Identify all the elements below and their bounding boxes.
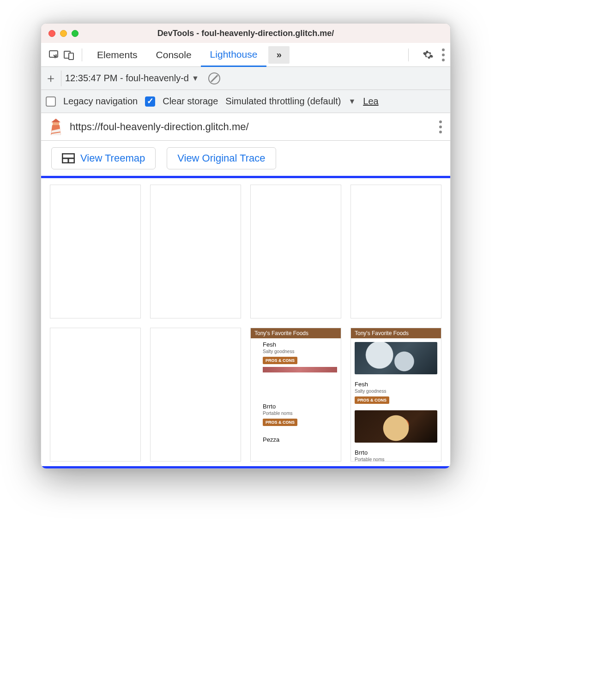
new-report-button[interactable]: ＋ [46,71,61,86]
mini-item-sub: Portable noms [263,411,337,416]
clear-reports-icon[interactable] [208,72,220,84]
mini-image-fish [355,342,437,374]
filmstrip-frame[interactable]: Tony's Favorite Foods Fesh Salty goodnes… [350,328,441,462]
mini-image-burrito [355,410,437,443]
mini-item-title: Brrto [263,403,337,410]
minimize-traffic-light[interactable] [60,30,67,37]
filmstrip-frame[interactable]: Tony's Favorite Foods Fesh Salty goodnes… [250,328,341,462]
svg-rect-4 [53,122,59,125]
view-treemap-button[interactable]: View Treemap [51,147,156,169]
close-traffic-light[interactable] [48,30,55,37]
mini-item-title: Fesh [355,381,437,388]
filmstrip-frame[interactable] [250,185,341,318]
tab-elements[interactable]: Elements [88,43,147,66]
report-url: https://foul-heavenly-direction.glitch.m… [70,121,432,133]
view-treemap-label: View Treemap [80,152,145,164]
divider [82,48,82,61]
mini-item-button: PROS & CONS [355,396,389,404]
lighthouse-icon [49,119,62,135]
mini-item-button: PROS & CONS [263,357,297,364]
filmstrip-frame[interactable] [50,328,141,462]
divider [408,48,409,61]
inspect-element-icon[interactable] [47,48,61,62]
mini-page-header: Tony's Favorite Foods [351,328,441,338]
filmstrip-frame[interactable] [50,185,141,318]
mini-item-title: Pezza [263,436,337,443]
titlebar: DevTools - foul-heavenly-direction.glitc… [41,24,450,43]
settings-gear-icon[interactable] [423,49,434,60]
chevron-down-icon: ▼ [192,74,199,83]
filmstrip-highlight: Tony's Favorite Foods Fesh Salty goodnes… [41,176,451,468]
mini-page-header: Tony's Favorite Foods [251,328,341,338]
filmstrip-frame[interactable] [150,328,241,462]
more-tabs-button[interactable]: » [268,46,290,64]
filmstrip-frame[interactable] [350,185,441,318]
svg-rect-2 [69,53,73,60]
filmstrip-frame[interactable] [150,185,241,318]
treemap-icon [62,153,75,163]
throttling-label: Simulated throttling (default) [225,96,341,107]
mini-item-sub: Salty goodness [355,389,437,394]
kebab-menu-icon[interactable] [442,48,445,61]
devtools-window: DevTools - foul-heavenly-direction.glitc… [41,23,451,469]
toggle-device-icon[interactable] [61,48,76,62]
zoom-traffic-light[interactable] [72,30,79,37]
mini-item-title: Brrto [355,449,437,456]
mini-item-title: Fesh [263,341,337,348]
svg-marker-3 [51,119,60,122]
mini-item-sub: Salty goodness [263,349,337,354]
devtools-tabbar: Elements Console Lighthouse » [41,43,450,67]
tab-lighthouse[interactable]: Lighthouse [201,43,267,67]
learn-more-link[interactable]: Lea [363,96,378,107]
report-dropdown-label: 12:35:47 PM - foul-heavenly-d [65,73,189,84]
clear-storage-label: Clear storage [163,96,218,107]
report-menu-icon[interactable] [439,120,442,133]
options-toolbar: Legacy navigation Clear storage Simulate… [41,90,450,113]
window-title: DevTools - foul-heavenly-direction.glitc… [157,29,334,38]
view-original-trace-button[interactable]: View Original Trace [167,147,276,169]
mini-item-sub: Portable noms [355,457,437,462]
legacy-navigation-checkbox[interactable] [46,96,56,107]
traffic-lights [48,30,79,37]
report-header: https://foul-heavenly-direction.glitch.m… [41,113,450,141]
run-toolbar: ＋ 12:35:47 PM - foul-heavenly-d ▼ [41,67,450,90]
clear-storage-checkbox[interactable] [145,96,155,107]
view-original-trace-label: View Original Trace [177,152,265,164]
chevron-down-icon[interactable]: ▼ [348,97,356,106]
tab-console[interactable]: Console [147,43,201,66]
report-dropdown[interactable]: 12:35:47 PM - foul-heavenly-d ▼ [65,73,199,84]
legacy-navigation-label: Legacy navigation [63,96,138,107]
mini-image-placeholder [263,367,337,372]
report-actions: View Treemap View Original Trace [41,141,450,176]
filmstrip: Tony's Favorite Foods Fesh Salty goodnes… [50,185,441,462]
mini-item-button: PROS & CONS [263,419,297,426]
